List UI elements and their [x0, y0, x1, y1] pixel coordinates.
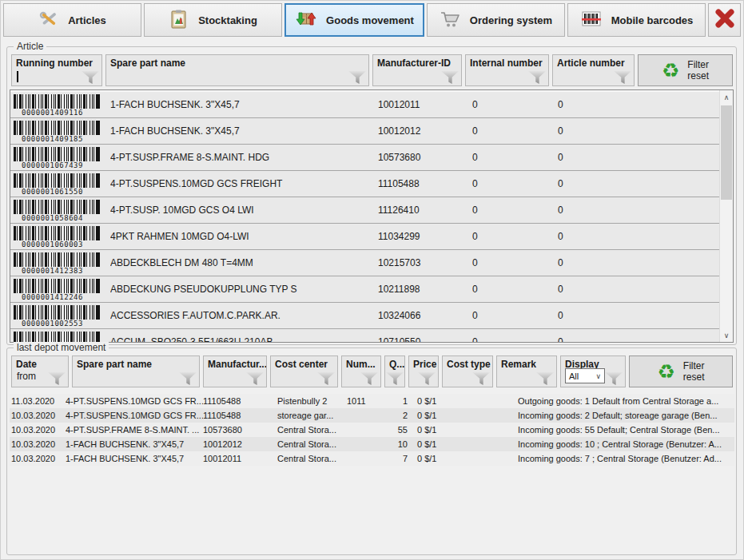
filter-funnel-icon[interactable]: [48, 372, 66, 385]
price-cell: 0 $/1: [408, 411, 459, 420]
tab-mobile-barcodes[interactable]: Mobile barcodes: [567, 3, 706, 37]
price-cell: 0 $/1: [408, 396, 459, 406]
date-cell: 10.03.2020: [11, 411, 66, 420]
table-row[interactable]: 0000001060003 4PKT RAHMEN 10MGD O4-LWI 1…: [10, 224, 719, 250]
remark-cell: Incoming goods: 10 ; Central Storage (Be…: [518, 439, 734, 449]
close-icon: [713, 6, 737, 34]
filter-funnel-icon[interactable]: [605, 372, 623, 385]
display-select[interactable]: All ∨: [565, 368, 605, 383]
tab-goods-movement[interactable]: Goods movement: [284, 3, 424, 37]
spare-part-name-cell: ACCUM. SBO250-3.5E1/663U-210AB: [110, 336, 378, 343]
number-filter-input[interactable]: Num...: [341, 355, 381, 387]
number-cell: 1011: [347, 396, 385, 406]
filter-funnel-icon[interactable]: [246, 372, 264, 385]
scrollbar-thumb[interactable]: [721, 105, 732, 200]
remark-cell: Incoming goods: 55 Default; Central Stor…: [518, 425, 734, 435]
article-table: 0000001409116 1-FACH BUCHSENK. 3"X45,7 1…: [10, 89, 734, 343]
remark-filter-input[interactable]: Remark: [496, 355, 557, 387]
table-row[interactable]: 0000001412383 ABDECKBLECH DM 480 T=4MM 1…: [10, 250, 719, 276]
running-number-filter-input[interactable]: Running number: [11, 54, 102, 86]
price-filter-input[interactable]: Price: [408, 355, 439, 387]
barcode-image: [14, 121, 100, 135]
filter-funnel-icon[interactable]: [386, 372, 404, 385]
filter-funnel-icon[interactable]: [418, 372, 436, 385]
table-row[interactable]: 0000001061550 4-PT.SUSPENS.10MGD GCS FRE…: [10, 171, 719, 197]
filter-funnel-icon[interactable]: [82, 71, 99, 84]
text-cursor: [17, 71, 18, 82]
manufacturer-filter-input[interactable]: Manufactur...: [203, 355, 267, 387]
filter-funnel-icon[interactable]: [472, 372, 490, 385]
table-row[interactable]: 10.03.2020 4-PT.SUSP.FRAME 8-S.MAINT. ..…: [10, 423, 734, 437]
manufacturer-id-cell: 10573680: [378, 152, 472, 163]
manufacturer-id-filter-input[interactable]: Manufacturer-ID: [372, 54, 462, 86]
cost-type-label: Cost type: [447, 359, 491, 370]
filter-funnel-icon[interactable]: [317, 372, 335, 385]
scroll-up-icon[interactable]: ∧: [720, 90, 733, 104]
spare-part-name-cell: ABDECKBLECH DM 480 T=4MM: [110, 257, 378, 268]
tab-stocktaking[interactable]: Stocktaking: [144, 3, 282, 37]
barcode-number: 0000001002553: [14, 320, 110, 328]
filter-funnel-icon[interactable]: [536, 372, 554, 385]
manufacturer-id-cell: 10012011: [378, 99, 472, 110]
tab-ordering-system[interactable]: Ordering system: [427, 3, 565, 37]
filter-funnel-icon[interactable]: [360, 372, 378, 385]
close-button[interactable]: [708, 3, 741, 37]
remark-cell: Incoming goods: 2 Default; storeage gara…: [518, 411, 734, 420]
manufacturer-id-cell: 10710550: [378, 336, 472, 343]
manufacturer-id-cell: 11034299: [378, 231, 472, 242]
date-label: Date: [16, 359, 37, 370]
scroll-down-icon[interactable]: ∨: [720, 328, 733, 342]
spare-part-name-cell: ACCESSORIES F.AUTOM.C.PARK.AR.: [110, 310, 378, 321]
cost-center-filter-input[interactable]: Cost center: [270, 355, 338, 387]
filter-funnel-icon[interactable]: [441, 71, 459, 84]
barcode-number: 0000001067439: [14, 161, 110, 170]
table-row[interactable]: 0000001409116 1-FACH BUCHSENK. 3"X45,7 1…: [10, 92, 719, 118]
table-row[interactable]: 0000001067439 4-PT.SUSP.FRAME 8-S.MAINT.…: [10, 145, 719, 171]
vertical-scrollbar[interactable]: ∧ ∨: [719, 90, 733, 342]
manufacturer-id-cell: 10573680: [203, 425, 277, 435]
barcode-image: [14, 200, 100, 214]
barcode-number: 0000001409185: [14, 135, 110, 144]
article-number-filter-input[interactable]: Article number: [552, 54, 635, 86]
table-row[interactable]: 10.03.2020 1-FACH BUCHSENK. 3"X45,7 1001…: [10, 437, 734, 451]
tab-label: Mobile barcodes: [611, 14, 694, 26]
article-section: Article Running number Spare part name M…: [6, 46, 737, 345]
tab-articles[interactable]: Articles: [3, 3, 141, 37]
table-row[interactable]: 0000001002553 ACCESSORIES F.AUTOM.C.PARK…: [10, 303, 719, 329]
barcode-image: [14, 173, 100, 188]
article-table-body: 0000001409116 1-FACH BUCHSENK. 3"X45,7 1…: [10, 92, 719, 343]
filter-funnel-icon[interactable]: [528, 71, 546, 84]
spare-part-name-cell: 1-FACH BUCHSENK. 3"X45,7: [110, 125, 378, 137]
quantity-filter-input[interactable]: Q...: [384, 355, 405, 387]
cost-center-cell: Central Stora...: [277, 425, 347, 435]
table-row[interactable]: 0000001058604 4-PT.SUSP. 10MGD GCS O4 LW…: [10, 197, 719, 224]
filter-funnel-icon[interactable]: [179, 372, 197, 385]
table-row[interactable]: 11.03.2020 4-PT.SUSPENS.10MGD GCS FR... …: [10, 394, 734, 408]
filter-reset-button[interactable]: ♻ Filter reset: [629, 355, 733, 387]
internal-number-cell: 0: [472, 336, 558, 343]
manufacturer-id-cell: 10012012: [378, 125, 472, 137]
internal-number-filter-input[interactable]: Internal number: [465, 54, 549, 86]
spare-part-name-filter-input[interactable]: Spare part name: [105, 54, 369, 86]
price-cell: 0 $/1: [408, 425, 459, 435]
cost-type-filter-input[interactable]: Cost type: [442, 355, 493, 387]
table-row[interactable]: ACCUM. SBO250-3.5E1/663U-210AB 10710550 …: [10, 329, 719, 343]
barcode-image: [14, 226, 100, 240]
recycle-icon: ♻: [657, 362, 674, 382]
table-row[interactable]: 10.03.2020 1-FACH BUCHSENK. 3"X45,7 1001…: [10, 451, 734, 466]
quantity-cell: 1: [385, 396, 408, 406]
barcode-image: [14, 305, 100, 320]
barcode-number: 0000001412383: [14, 267, 110, 276]
table-row[interactable]: 10.03.2020 4-PT.SUSPENS.10MGD GCS FR... …: [10, 408, 734, 423]
spare-part-name-filter-input[interactable]: Spare part name: [72, 355, 200, 387]
barcode-cell: 0000001061550: [14, 171, 110, 197]
article-number-label: Article number: [557, 58, 625, 69]
date-filter-input[interactable]: Date from: [11, 355, 69, 387]
table-row[interactable]: 0000001409185 1-FACH BUCHSENK. 3"X45,7 1…: [10, 118, 719, 145]
filter-funnel-icon[interactable]: [348, 71, 366, 84]
filter-funnel-icon[interactable]: [614, 71, 631, 84]
barcode-image: [14, 279, 100, 293]
table-row[interactable]: 0000001412246 ABDECKUNG PSEUDOKUPPLUNG T…: [10, 276, 719, 303]
filter-reset-button[interactable]: ♻ Filter reset: [638, 54, 733, 86]
barcode-number: 0000001061550: [14, 188, 110, 197]
